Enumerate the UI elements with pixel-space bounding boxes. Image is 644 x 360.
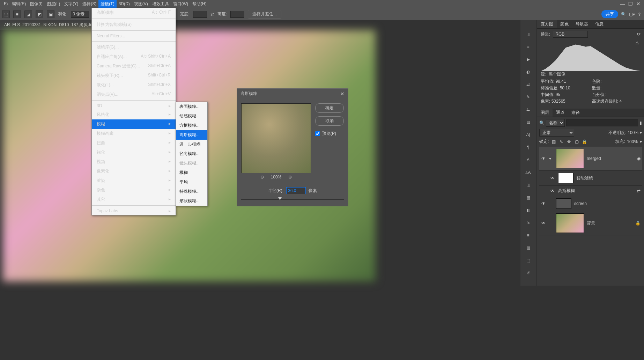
- layer-item-screen[interactable]: 👁 screen: [539, 196, 642, 211]
- visibility-icon[interactable]: 👁: [541, 201, 546, 206]
- radius-slider[interactable]: [241, 196, 344, 203]
- visibility-icon[interactable]: 👁: [541, 221, 546, 226]
- menu-item[interactable]: 模糊画廊▸: [92, 129, 176, 138]
- visibility-icon[interactable]: 👁: [550, 189, 555, 193]
- preview-checkbox-input[interactable]: [315, 131, 320, 136]
- intersect-selection-icon[interactable]: ▣: [47, 10, 54, 18]
- layer-item-smartfilter[interactable]: 👁 智能滤镜: [539, 171, 642, 186]
- close-icon[interactable]: ✕: [340, 91, 345, 97]
- blend-mode-select[interactable]: 正常: [539, 129, 574, 137]
- submenu-item[interactable]: 形状模糊...: [176, 196, 207, 206]
- filter-toggle[interactable]: ▮: [639, 120, 642, 125]
- panel-icon[interactable]: A|: [525, 131, 532, 138]
- menu-item[interactable]: 锐化▸: [92, 148, 176, 157]
- lock-position-icon[interactable]: ✥: [566, 139, 572, 145]
- opacity-value[interactable]: 100%: [628, 130, 638, 135]
- panel-icon[interactable]: ▥: [525, 244, 532, 251]
- preview-checkbox[interactable]: 预览(P): [315, 131, 344, 137]
- zoom-in-icon[interactable]: ⊕: [288, 175, 292, 179]
- menu-help[interactable]: 帮助(H): [190, 0, 209, 8]
- submenu-item[interactable]: 模糊: [176, 168, 207, 177]
- tab-color[interactable]: 颜色: [557, 20, 572, 28]
- tab-channels[interactable]: 通道: [553, 109, 568, 117]
- panel-icon[interactable]: ¶: [525, 144, 532, 151]
- panel-icon[interactable]: ≡: [525, 43, 532, 50]
- search-icon[interactable]: 🔍: [539, 120, 545, 125]
- layer-search-input[interactable]: [566, 119, 638, 126]
- window-max-icon[interactable]: ❐: [628, 1, 633, 7]
- menu-item[interactable]: 自适应广角(A)...Alt+Shift+Ctrl+A: [92, 52, 176, 61]
- width-input[interactable]: [193, 11, 207, 18]
- panel-icon[interactable]: ᴀA: [525, 169, 532, 176]
- menu-view[interactable]: 视图(V): [132, 0, 150, 8]
- menu-item-topaz[interactable]: Topaz Labs▸: [92, 207, 176, 215]
- chevron-down-icon[interactable]: ▾: [640, 139, 642, 144]
- submenu-item[interactable]: 方框模糊...: [176, 121, 207, 130]
- menu-item[interactable]: 滤镜库(G)...: [92, 43, 176, 52]
- submenu-item[interactable]: 动感模糊...: [176, 111, 207, 121]
- lock-artboard-icon[interactable]: ▢: [574, 139, 579, 145]
- subtract-selection-icon[interactable]: ◩: [36, 10, 43, 18]
- filter-mask-thumb[interactable]: [558, 173, 573, 183]
- new-selection-icon[interactable]: ■: [13, 10, 21, 18]
- panel-icon[interactable]: ✎: [525, 94, 532, 101]
- submenu-item[interactable]: 平均: [176, 177, 207, 187]
- layer-item-background[interactable]: 👁 背景 🔒: [539, 211, 642, 235]
- menu-item[interactable]: 渲染▸: [92, 176, 176, 185]
- swap-icon[interactable]: ⇄: [210, 12, 214, 17]
- menu-item[interactable]: 风格化▸: [92, 110, 176, 119]
- menu-image[interactable]: 图像(I): [28, 0, 44, 8]
- tab-histogram[interactable]: 直方图: [537, 20, 557, 28]
- panel-icon[interactable]: ▦: [525, 194, 532, 201]
- tab-info[interactable]: 信息: [592, 20, 607, 28]
- menu-plugins[interactable]: 增效工具: [150, 0, 171, 8]
- layer-thumb[interactable]: [556, 198, 571, 209]
- tab-paths[interactable]: 路径: [568, 109, 583, 117]
- refresh-icon[interactable]: ⟳: [637, 32, 641, 37]
- filter-type-select[interactable]: 名称: [546, 119, 565, 127]
- window-close-icon[interactable]: ✕: [636, 1, 641, 7]
- panel-icon[interactable]: fx: [525, 219, 532, 226]
- menu-layer[interactable]: 图层(L): [45, 0, 62, 8]
- window-min-icon[interactable]: —: [620, 1, 625, 7]
- chevron-down-icon[interactable]: ▾: [640, 130, 642, 135]
- radius-input[interactable]: [286, 187, 306, 194]
- smart-filter-icon[interactable]: ◉: [637, 156, 641, 161]
- layer-thumb[interactable]: [556, 213, 584, 233]
- panel-icon[interactable]: ◧: [525, 207, 532, 214]
- layer-item-merged[interactable]: 👁 ▾ merged ◉: [539, 147, 642, 171]
- warning-icon[interactable]: ⚠: [635, 41, 639, 45]
- height-input[interactable]: [230, 11, 244, 18]
- menu-item-neural[interactable]: Neural Filters...: [92, 32, 176, 40]
- panel-icon[interactable]: ⇄: [525, 81, 532, 88]
- menu-edit[interactable]: 编辑(E): [10, 0, 28, 8]
- menu-window[interactable]: 窗口(W): [171, 0, 190, 8]
- cancel-button[interactable]: 取消: [315, 116, 344, 126]
- panel-icon[interactable]: ◐: [525, 68, 532, 75]
- panel-icon[interactable]: ▤: [525, 119, 532, 126]
- menu-item-convert-smart[interactable]: 转换为智能滤镜(S): [92, 20, 176, 29]
- menu-item[interactable]: 视频▸: [92, 157, 176, 167]
- submenu-item[interactable]: 径向模糊...: [176, 149, 207, 159]
- search-icon[interactable]: 🔍: [621, 12, 626, 17]
- menu-type[interactable]: 文字(Y): [62, 0, 80, 8]
- menu-item[interactable]: 其它▸: [92, 195, 176, 204]
- panel-icon[interactable]: ▶: [525, 56, 532, 63]
- workspace-icon[interactable]: ▢▾: [629, 12, 635, 17]
- layer-item-gaussian[interactable]: 👁 高斯模糊 ⇄: [539, 186, 642, 196]
- channel-select[interactable]: RGB: [553, 31, 588, 38]
- menu-item[interactable]: 镜头校正(R)...Shift+Ctrl+R: [92, 71, 176, 80]
- lock-transparency-icon[interactable]: ▨: [551, 139, 556, 145]
- marquee-tool-icon[interactable]: ⬚: [2, 10, 10, 18]
- menu-3d[interactable]: 3D(D): [117, 0, 132, 8]
- menu-item[interactable]: 杂色▸: [92, 185, 176, 195]
- tab-layers[interactable]: 图层: [537, 109, 553, 117]
- panel-icon[interactable]: ⬚: [525, 257, 532, 264]
- fill-value[interactable]: 100%: [627, 139, 638, 144]
- blend-options-icon[interactable]: ⇄: [637, 189, 641, 193]
- submenu-item-gaussian[interactable]: 高斯模糊...: [176, 130, 207, 140]
- feather-input[interactable]: [71, 11, 89, 18]
- panel-icon[interactable]: ↺: [525, 270, 532, 277]
- menu-item[interactable]: 消失点(V)...Alt+Ctrl+V: [92, 90, 176, 99]
- menu-item-last-filter[interactable]: 高斯模糊Alt+Ctrl+F: [92, 8, 176, 17]
